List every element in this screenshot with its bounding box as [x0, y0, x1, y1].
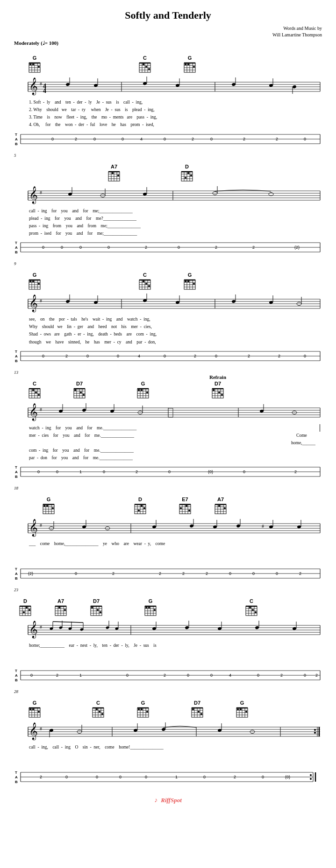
svg-text:2: 2	[192, 137, 194, 141]
svg-text:1: 1	[175, 775, 178, 779]
chord-g-5: G	[42, 497, 55, 516]
svg-point-309	[52, 507, 54, 509]
svg-text:2: 2	[280, 673, 283, 678]
svg-line-460	[53, 622, 83, 623]
svg-text:0: 0	[107, 245, 110, 250]
svg-text:1: 1	[79, 673, 82, 678]
chord-diagram-c	[138, 61, 151, 74]
svg-text:2: 2	[40, 775, 42, 779]
svg-point-467	[185, 626, 189, 630]
chord-diagram-g2	[183, 61, 196, 74]
svg-text:0: 0	[79, 245, 82, 250]
svg-text:0: 0	[42, 245, 44, 250]
svg-point-548	[240, 708, 242, 710]
svg-point-319	[143, 507, 145, 509]
svg-point-254	[213, 389, 214, 391]
svg-point-244	[141, 389, 143, 391]
tab-2: T A B 0 0 0 0 2 0 2 2 (2)	[14, 237, 322, 257]
svg-text:4: 4	[229, 673, 231, 678]
svg-text:#: #	[262, 524, 264, 529]
chord-g-1: G	[28, 55, 41, 74]
chord-d7-6: D7	[90, 598, 103, 617]
tab-5: T A B (2) 0 2 2 2 2 0 0 0 2	[14, 563, 322, 583]
svg-text:4: 4	[138, 354, 140, 358]
svg-point-10	[38, 66, 40, 68]
chord-e7-5: E7	[179, 497, 192, 516]
svg-point-547	[237, 708, 239, 710]
svg-text:A: A	[15, 572, 18, 576]
svg-text:0: 0	[215, 354, 217, 358]
chord-row-4: C D7	[14, 376, 322, 400]
chord-g-7b: G	[136, 700, 150, 719]
svg-point-516	[101, 713, 103, 715]
svg-text:T: T	[15, 350, 17, 354]
svg-point-428	[145, 607, 147, 609]
svg-point-586	[310, 778, 312, 780]
svg-point-549	[245, 711, 247, 713]
tab-1: T A B 0 2 0 0 4 0 2 0 2 2 0	[14, 129, 322, 148]
svg-point-188	[231, 300, 236, 303]
chord-g-6: G	[144, 598, 157, 617]
svg-text:4: 4	[43, 87, 46, 94]
system-5: 18 G D	[14, 486, 322, 583]
svg-text:A: A	[15, 775, 18, 779]
staff-3: 𝄞 #	[14, 292, 322, 315]
svg-text:A: A	[15, 673, 18, 678]
svg-text:0: 0	[164, 137, 166, 141]
svg-point-270	[82, 408, 86, 412]
lyrics-3: see, on the por - tals he's wait - ing a…	[14, 315, 322, 346]
chord-diagram-d	[180, 170, 193, 183]
svg-point-341	[224, 507, 226, 509]
svg-point-255	[218, 392, 220, 393]
chord-diagram-a7	[107, 170, 121, 183]
svg-point-98	[190, 175, 192, 176]
svg-point-234	[83, 394, 85, 396]
system-4: 13 C D7	[14, 370, 322, 482]
svg-text:B: B	[15, 780, 18, 784]
chord-a7-6: A7	[54, 598, 67, 617]
footer: ♪ RiffSpot	[14, 796, 322, 809]
svg-point-439	[249, 607, 251, 609]
svg-point-232	[74, 389, 76, 391]
svg-text:0: 0	[96, 775, 98, 779]
svg-text:0: 0	[187, 673, 189, 678]
svg-text:1: 1	[79, 469, 82, 474]
riffspot-logo: RiffSpot	[161, 797, 182, 804]
lyrics-7: call - ing, call - ing O sin - ner, come…	[14, 743, 322, 767]
svg-point-515	[99, 711, 100, 713]
svg-text:A: A	[15, 354, 18, 358]
lyrics-2: call - ing for you and for me;__________…	[14, 207, 322, 238]
svg-point-31	[187, 63, 189, 65]
chord-row-7: G C	[14, 695, 322, 719]
svg-point-54	[231, 83, 236, 86]
svg-point-514	[96, 708, 98, 710]
lyrics-1: 1. Soft - ly and ten - der - ly Je - sus…	[14, 98, 322, 129]
system-number-3: 9	[14, 261, 322, 266]
system-number-7: 28	[14, 689, 322, 694]
svg-point-430	[154, 609, 156, 611]
chord-row-3: G C	[14, 267, 322, 291]
svg-point-19	[143, 63, 144, 65]
svg-point-397	[29, 609, 30, 611]
svg-text:A: A	[15, 470, 18, 474]
svg-point-144	[29, 280, 31, 282]
svg-point-527	[146, 711, 148, 713]
chord-row-5: G D	[14, 491, 322, 516]
staff-6: 𝄞 #	[14, 618, 322, 642]
svg-point-245	[146, 392, 148, 393]
chord-c-6: C	[245, 598, 258, 617]
svg-point-256	[221, 394, 223, 396]
svg-point-331	[188, 510, 190, 511]
svg-text:2: 2	[112, 571, 114, 576]
svg-point-536	[192, 708, 194, 710]
chord-c-1: C	[138, 55, 151, 74]
svg-text:2: 2	[315, 673, 318, 678]
svg-text:0: 0	[178, 245, 180, 250]
svg-text:0: 0	[37, 469, 40, 474]
svg-point-407	[58, 607, 60, 609]
tempo-marking: Moderately (♩= 100)	[14, 40, 322, 46]
svg-point-563	[314, 729, 316, 731]
chord-g-3b: G	[183, 272, 196, 291]
svg-text:0: 0	[145, 775, 147, 779]
svg-point-168	[193, 283, 195, 285]
